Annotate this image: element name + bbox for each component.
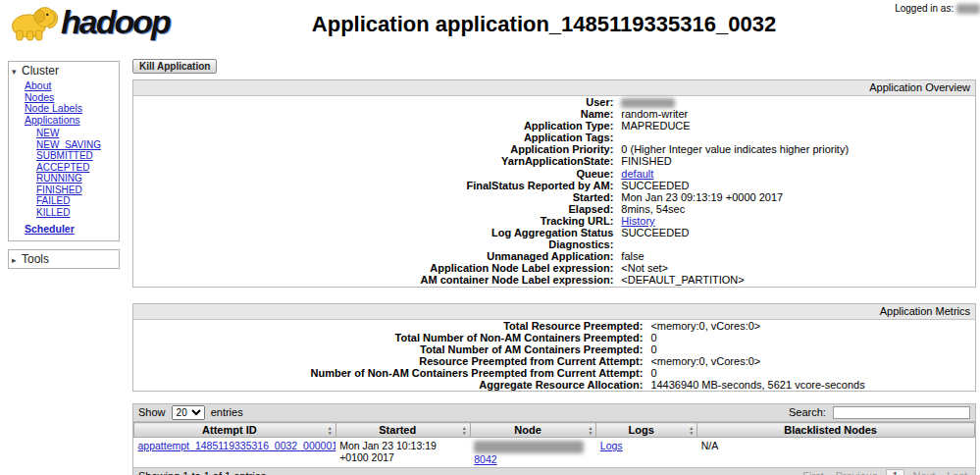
overview-row-type: Application Type:MAPREDUCE [133, 120, 975, 132]
overview-row-started: Started:Mon Jan 23 09:13:19 +0000 2017 [133, 191, 975, 203]
cluster-panel-label: Cluster [22, 64, 59, 78]
datatable-toolbar: Show 20 entries Search: [133, 404, 975, 422]
pagination-previous[interactable]: Previous [833, 470, 881, 475]
metrics-row-aggregate-allocation: Aggregate Resource Allocation:14436940 M… [133, 379, 975, 391]
overview-table: User: Name:random-writer Application Typ… [133, 96, 975, 287]
sort-icon[interactable]: ▲▼ [588, 426, 593, 435]
entries-label: entries [211, 406, 243, 418]
column-header-node[interactable]: Node▲▼ [470, 423, 596, 438]
sort-icon[interactable]: ▲▼ [462, 426, 467, 435]
sidebar-item-failed[interactable]: FAILED [36, 195, 70, 206]
sidebar-item-running[interactable]: RUNNING [36, 173, 82, 184]
sidebar-item-finished[interactable]: FINISHED [36, 185, 82, 195]
application-metrics-section: Application Metrics Total Resource Preem… [132, 303, 976, 393]
overview-row-app-node-label: Application Node Label expression:<Not s… [133, 262, 975, 274]
logs-link[interactable]: Logs [600, 440, 623, 451]
overview-row-am-node-label: AM container Node Label expression:<DEFA… [133, 274, 975, 286]
attempts-datatable: Show 20 entries Search: Attempt ID▲▼ Sta… [132, 403, 976, 475]
attempt-blacklisted-cell: N/A [697, 438, 975, 467]
overview-row-priority: Application Priority:0 (Higher Integer v… [133, 143, 975, 155]
sidebar-item-accepted[interactable]: ACCEPTED [36, 162, 89, 173]
page-header: hadoop Logged in as: Application applica… [0, 0, 980, 57]
sidebar: ▾Cluster About Nodes Node Labels Applica… [8, 61, 120, 277]
sidebar-item-submitted[interactable]: SUBMITTED [36, 150, 93, 161]
column-header-attempt-id[interactable]: Attempt ID▲▼ [134, 423, 336, 438]
node-link[interactable]: 8042 [474, 453, 496, 465]
overview-row-log-aggregation: Log Aggregation StatusSUCCEEDED [133, 227, 975, 238]
application-overview-section: Application Overview User: Name:random-w… [132, 79, 976, 288]
search-label: Search: [789, 406, 826, 418]
overview-section-title: Application Overview [133, 80, 975, 96]
overview-row-user: User: [133, 96, 975, 108]
overview-row-tracking-url: Tracking URL:History [133, 215, 975, 227]
pagination-page-1[interactable]: 1 [886, 469, 903, 475]
column-header-blacklisted-nodes[interactable]: Blacklisted Nodes [697, 423, 975, 438]
sidebar-item-applications[interactable]: Applications [25, 114, 80, 126]
search-input[interactable] [833, 406, 970, 419]
main-content: Kill Application Application Overview Us… [132, 59, 976, 475]
metrics-row-total-preempted: Total Resource Preempted:<memory:0, vCor… [133, 320, 975, 332]
sidebar-item-about[interactable]: About [25, 79, 51, 91]
sort-icon[interactable]: ▲▼ [328, 426, 333, 435]
datatable-footer: Showing 1 to 1 of 1 entries First Previo… [133, 467, 975, 475]
attempts-table: Attempt ID▲▼ Started▲▼ Node▲▼ Logs▲▼ Bla… [133, 422, 975, 467]
sort-icon[interactable]: ▲▼ [689, 426, 694, 435]
collapse-open-icon: ▾ [12, 67, 22, 77]
hadoop-logo: hadoop [6, 2, 170, 41]
metrics-row-current-preempted: Resource Preempted from Current Attempt:… [133, 355, 975, 367]
attempt-started-cell: Mon Jan 23 10:13:19 +0100 2017 [335, 438, 470, 467]
hadoop-elephant-icon [6, 2, 59, 41]
column-header-started[interactable]: Started▲▼ [335, 423, 470, 438]
sidebar-item-scheduler[interactable]: Scheduler [25, 223, 75, 235]
cluster-panel: ▾Cluster About Nodes Node Labels Applica… [8, 61, 120, 241]
pagination: First Previous 1 Next Last [799, 469, 970, 475]
pagination-next[interactable]: Next [910, 470, 939, 475]
show-label: Show [138, 406, 166, 418]
metrics-section-title: Application Metrics [133, 304, 975, 320]
redacted-node-host [474, 441, 584, 453]
search-control: Search: [789, 406, 970, 419]
collapse-closed-icon: ▸ [12, 255, 22, 265]
pagination-last[interactable]: Last [944, 470, 970, 475]
metrics-row-am-preempted: Total Number of AM Containers Preempted:… [133, 343, 975, 355]
attempt-node-cell: 8042 [470, 438, 596, 467]
application-states-list: NEW NEW_SAVING SUBMITTED ACCEPTED RUNNIN… [25, 128, 119, 218]
cluster-panel-header[interactable]: ▾Cluster [9, 62, 119, 79]
showing-entries-text: Showing 1 to 1 of 1 entries [138, 470, 266, 475]
metrics-table: Total Resource Preempted:<memory:0, vCor… [133, 320, 975, 392]
overview-row-diagnostics: Diagnostics: [133, 238, 975, 250]
redacted-login-username [956, 4, 980, 14]
tracking-url-link[interactable]: History [621, 215, 654, 227]
attempt-id-link[interactable]: appattempt_1485119335316_0032_000001 [138, 440, 336, 451]
overview-row-name: Name:random-writer [133, 108, 975, 120]
sidebar-item-killed[interactable]: KILLED [36, 207, 70, 218]
hadoop-wordmark: hadoop [61, 3, 170, 41]
overview-row-unmanaged: Unmanaged Application:false [133, 250, 975, 262]
attempt-id-cell: appattempt_1485119335316_0032_000001 [134, 438, 336, 467]
attempt-row: appattempt_1485119335316_0032_000001 Mon… [134, 438, 975, 467]
sidebar-item-node-labels[interactable]: Node Labels [25, 102, 82, 114]
tools-panel-label: Tools [22, 252, 49, 266]
attempts-table-header-row: Attempt ID▲▼ Started▲▼ Node▲▼ Logs▲▼ Bla… [134, 423, 975, 438]
sidebar-item-new-saving[interactable]: NEW_SAVING [36, 139, 101, 150]
metrics-row-nonam-preempted: Total Number of Non-AM Containers Preemp… [133, 332, 975, 343]
logged-in-as: Logged in as: [895, 3, 980, 14]
column-header-logs[interactable]: Logs▲▼ [596, 423, 697, 438]
sidebar-item-new[interactable]: NEW [36, 128, 59, 138]
pagination-first[interactable]: First [799, 470, 826, 475]
redacted-user-value [621, 98, 675, 108]
metrics-row-current-nonam-preempted: Number of Non-AM Containers Preempted fr… [133, 367, 975, 379]
logged-in-label: Logged in as: [895, 3, 954, 14]
overview-row-state: YarnApplicationState:FINISHED [133, 155, 975, 167]
overview-row-tags: Application Tags: [133, 132, 975, 143]
overview-row-finalstatus: FinalStatus Reported by AM:SUCCEEDED [133, 180, 975, 191]
kill-application-button[interactable]: Kill Application [132, 59, 217, 74]
attempt-logs-cell: Logs [596, 438, 697, 467]
tools-panel-header[interactable]: ▸Tools [9, 250, 119, 268]
cluster-nav-list: About Nodes Node Labels Applications NEW… [9, 80, 119, 236]
sidebar-item-nodes[interactable]: Nodes [25, 91, 54, 103]
overview-row-queue: Queue:default [133, 168, 975, 180]
tools-panel: ▸Tools [8, 249, 120, 269]
queue-link[interactable]: default [621, 168, 653, 180]
entries-per-page-select[interactable]: 20 [172, 405, 205, 420]
